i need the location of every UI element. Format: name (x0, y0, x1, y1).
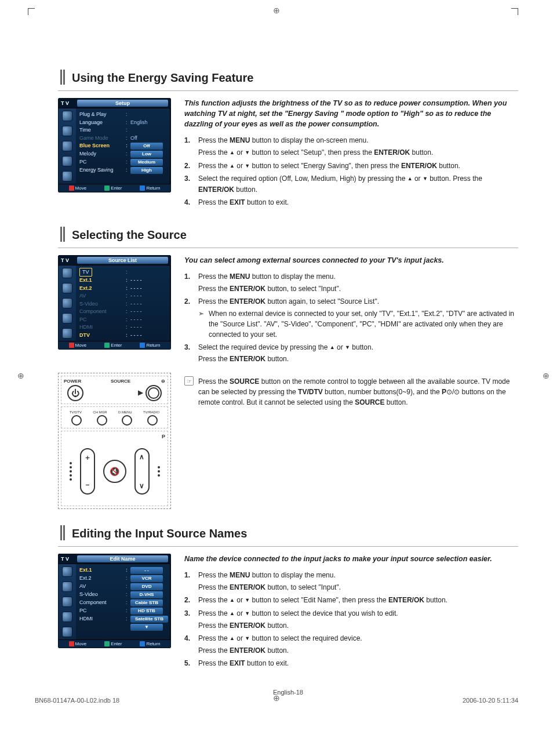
footer-timestamp: 2006-10-20 5:11:34 (463, 697, 518, 704)
section-lead: Name the device connected to the input j… (184, 554, 518, 564)
section-heading: Editing the Input Source Names (72, 527, 247, 540)
hand-note-icon: ☞ (184, 376, 194, 386)
osd-title: Source List (77, 257, 168, 264)
osd-item-list: Plug & Play:Language:EnglishTime:Game Mo… (76, 108, 170, 184)
power-button-icon (67, 385, 83, 401)
osd-editname-panel: T V Edit Name Ext.1:- -Ext.2:VCRAV:DVDS-… (58, 554, 171, 648)
step-list: 1.Press the MENU button to display the o… (184, 135, 518, 208)
mute-button-icon: 🔇 (103, 460, 126, 483)
osd-tv-label: T V (61, 556, 77, 562)
registration-mark: ⊕ (273, 6, 280, 15)
remote-source-label: SOURCE (111, 379, 130, 384)
source-button-icon (145, 385, 162, 401)
volume-rocker-icon: ＋－ (80, 448, 95, 495)
crop-mark (511, 8, 518, 15)
channel-rocker-icon: ∧∨ (134, 448, 150, 495)
osd-tv-label: T V (61, 257, 77, 263)
osd-item-list: TV:Ext.1:- - - -Ext.2:- - - -AV:- - - -S… (76, 266, 170, 341)
section-lead: You can select among external sources co… (184, 255, 518, 266)
osd-title: Setup (77, 100, 168, 107)
osd-category-icons (59, 108, 76, 184)
page-number: English-18 (58, 689, 518, 696)
remote-diagram: POWER SOURCE ⊖ ▶ TV/DTV CH MGR (58, 373, 171, 509)
remote-power-label: POWER (64, 379, 81, 384)
section-heading: Selecting the Source (72, 228, 187, 242)
osd-footer: Move Enter Return (59, 184, 170, 192)
osd-category-icons (59, 564, 76, 639)
osd-footer: Move Enter Return (59, 341, 170, 349)
osd-sourcelist-panel: T V Source List TV:Ext.1:- - - -Ext.2:- … (58, 255, 171, 350)
registration-mark: ⊕ (543, 371, 550, 380)
crop-mark (28, 8, 35, 15)
note-text: Press the SOURCE button on the remote co… (198, 376, 518, 408)
osd-title: Edit Name (77, 555, 168, 562)
footer-file: BN68-01147A-00-L02.indb 18 (35, 697, 119, 704)
osd-tv-label: T V (61, 100, 77, 106)
section-lead: This function adjusts the brightness of … (184, 98, 518, 129)
osd-item-list: Ext.1:- -Ext.2:VCRAV:DVDS-Video:D-VHSCom… (76, 564, 170, 639)
registration-mark: ⊕ (17, 371, 24, 380)
osd-footer: Move Enter Return (59, 639, 170, 648)
step-list: 1.Press the MENU button to display the m… (184, 570, 518, 669)
step-list: 1.Press the MENU button to display the m… (184, 271, 518, 365)
osd-category-icons (59, 266, 76, 341)
section-heading: Using the Energy Saving Feature (72, 71, 253, 85)
remote-label-row: TV/DTV CH MGR D.MENU TV/RADIO (64, 410, 165, 414)
osd-setup-panel: T V Setup Plug & Play:Language:EnglishTi… (58, 98, 171, 192)
